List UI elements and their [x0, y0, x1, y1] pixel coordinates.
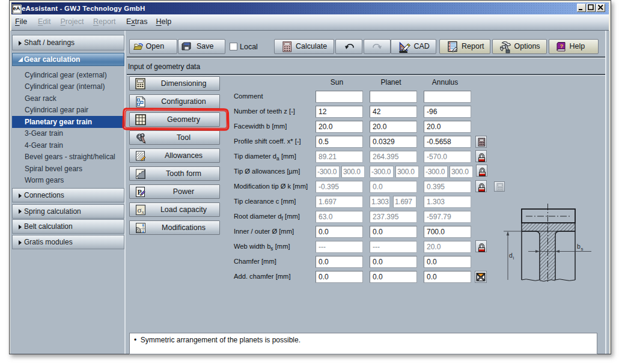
svg-text:x: x	[142, 209, 145, 215]
svg-text:i: i	[513, 255, 514, 261]
svg-text:d: d	[509, 252, 513, 259]
svg-text:s: s	[581, 246, 584, 252]
svg-text:?: ?	[560, 43, 563, 49]
svg-text:b: b	[577, 243, 581, 250]
